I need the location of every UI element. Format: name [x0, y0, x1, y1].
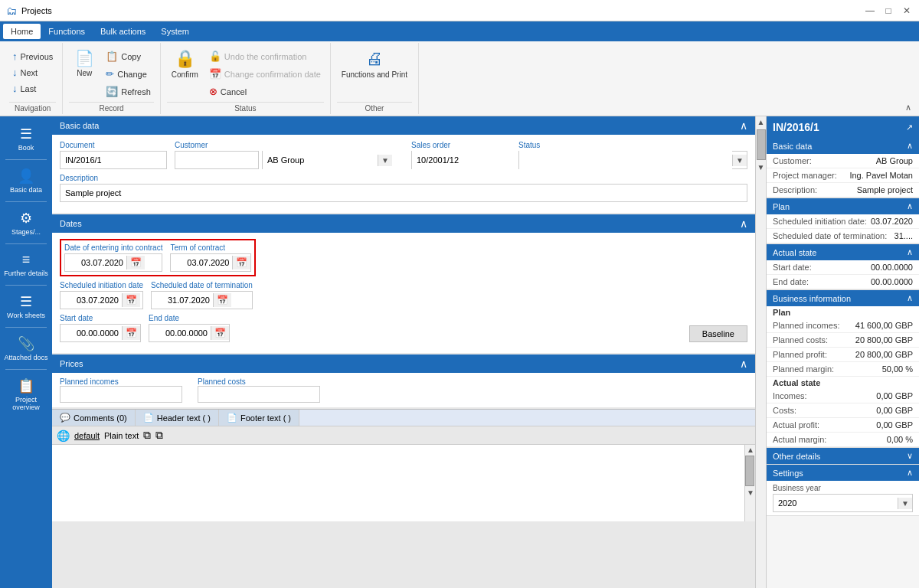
copy-button[interactable]: 📋 Copy	[103, 49, 154, 64]
change-button[interactable]: ✏ Change	[103, 67, 154, 81]
rp-plan-collapse[interactable]: ∧	[907, 201, 913, 211]
sched-term-cal-btn[interactable]: 📅	[213, 293, 231, 307]
last-button[interactable]: ↓ Last	[9, 81, 56, 96]
basic-data-collapse[interactable]: ∧	[740, 119, 747, 132]
term-contract-input[interactable]	[171, 254, 232, 271]
rp-settings-header[interactable]: Settings ∧	[767, 465, 919, 481]
rp-actual-state-header[interactable]: Actual state ∧	[767, 244, 919, 260]
content-scroll-down[interactable]: ▼	[756, 162, 766, 173]
rp-business-info-collapse[interactable]: ∧	[907, 293, 913, 303]
sidebar-item-stages[interactable]: ⚙ Stages/...	[0, 204, 52, 242]
scroll-up-arrow[interactable]: ▲	[745, 444, 755, 456]
dates-collapse[interactable]: ∧	[740, 217, 747, 230]
sched-init-field: Scheduled initiation date 📅	[60, 281, 143, 309]
baseline-button[interactable]: Baseline	[689, 325, 747, 342]
default-tab[interactable]: default	[74, 431, 100, 440]
sidebar-item-basic-data[interactable]: 👤 Basic data	[0, 162, 52, 200]
tab-header-text[interactable]: 📄 Header text ( )	[136, 410, 219, 426]
undo-confirmation-button[interactable]: 🔓 Undo the confirmation	[206, 49, 324, 64]
prices-collapse[interactable]: ∧	[740, 358, 747, 370]
rp-actual-collapse[interactable]: ∧	[907, 247, 913, 257]
menu-home[interactable]: Home	[3, 24, 41, 39]
tab-footer-text[interactable]: 📄 Footer text ( )	[219, 410, 299, 426]
date-entering-label: Date of entering into contract	[64, 243, 162, 252]
sidebar-divider-6	[5, 369, 47, 370]
new-button[interactable]: 📄 New	[69, 46, 100, 80]
rp-other-details-header[interactable]: Other details ∨	[767, 448, 919, 464]
minimize-button[interactable]: —	[864, 5, 876, 17]
change-confirmation-date-button[interactable]: 📅 Change confirmation date	[206, 67, 324, 81]
sidebar-item-attached[interactable]: 📎 Attached docs	[0, 329, 52, 368]
right-panel-expand-icon[interactable]: ↗	[906, 122, 913, 132]
content-scrollbar[interactable]: ▲ ▼	[755, 116, 766, 588]
paperclip-icon: 📎	[18, 335, 34, 352]
date-entering-input[interactable]	[65, 254, 126, 271]
rp-basic-data-header[interactable]: Basic data ∧	[767, 138, 919, 154]
status-input[interactable]	[519, 151, 732, 169]
previous-button[interactable]: ↑ Previous	[9, 49, 56, 64]
maximize-button[interactable]: □	[882, 5, 894, 17]
ribbon-status-items: 🔒 Confirm 🔓 Undo the confirmation 📅 Chan…	[167, 43, 324, 102]
confirm-button[interactable]: 🔒 Confirm	[167, 46, 203, 82]
description-field: Description	[60, 174, 747, 202]
rp-plan-header[interactable]: Plan ∧	[767, 198, 919, 214]
ribbon-collapse-button[interactable]: ∧	[901, 101, 916, 114]
end-date-input[interactable]	[149, 325, 211, 341]
rp-business-info-content: Plan Planned incomes: 41 600,00 GBP Plan…	[767, 306, 919, 447]
sched-init-input[interactable]	[61, 292, 122, 309]
status-dropdown-btn[interactable]: ▼	[732, 155, 747, 166]
rp-plan: Plan ∧ Scheduled initiation date: 03.07.…	[767, 198, 919, 244]
text-editor-body[interactable]: ▲ ▼	[52, 445, 755, 521]
sched-init-cal-btn[interactable]: 📅	[122, 293, 140, 307]
document-input[interactable]	[60, 151, 167, 169]
rp-actual-margin-row: Actual margin: 0,00 %	[767, 433, 919, 447]
copy-format-btn[interactable]: ⧉	[143, 429, 151, 442]
date-entering-cal-btn[interactable]: 📅	[126, 256, 145, 270]
sales-order-input[interactable]	[412, 151, 527, 169]
ribbon-nav-items: ↑ Previous ↓ Next ↓ Last	[9, 43, 56, 102]
sidebar-item-worksheets[interactable]: ☰ Work sheets	[0, 287, 52, 325]
functions-print-button[interactable]: 🖨 Functions and Print	[337, 46, 412, 82]
menu-bulk-actions[interactable]: Bulk actions	[93, 24, 153, 39]
close-button[interactable]: ✕	[901, 5, 913, 17]
start-date-cal-btn[interactable]: 📅	[122, 326, 140, 340]
rp-settings-collapse[interactable]: ∧	[907, 468, 913, 478]
term-contract-cal-btn[interactable]: 📅	[232, 256, 250, 270]
customer-dropdown-btn[interactable]: ▼	[378, 155, 392, 166]
rp-other-details-collapse[interactable]: ∨	[907, 451, 913, 461]
sidebar-divider-4	[5, 285, 47, 286]
start-date-wrapper: 📅	[60, 324, 141, 342]
rp-customer-value: AB Group	[876, 156, 913, 165]
refresh-button[interactable]: 🔄 Refresh	[103, 84, 154, 99]
customer-input[interactable]	[175, 151, 259, 169]
paste-format-btn[interactable]: ⧉	[155, 429, 163, 442]
description-input[interactable]	[60, 184, 747, 202]
sidebar-item-book[interactable]: ☰ Book	[0, 119, 52, 158]
sidebar-item-overview[interactable]: 📋 Project overview	[0, 371, 52, 417]
content-scroll-thumb[interactable]	[757, 129, 766, 160]
rp-actual-profit-label: Actual profit:	[773, 420, 819, 430]
rp-business-year-input[interactable]	[773, 496, 898, 510]
scroll-down-arrow[interactable]: ▼	[745, 487, 755, 498]
menu-system[interactable]: System	[153, 24, 197, 39]
sidebar-item-further[interactable]: ≡ Further details	[0, 246, 52, 283]
scroll-thumb[interactable]	[745, 456, 754, 486]
text-editor-scrollbar[interactable]: ▲ ▼	[744, 445, 755, 521]
menu-functions[interactable]: Functions	[41, 24, 93, 39]
next-button[interactable]: ↓ Next	[9, 65, 56, 80]
rp-planned-profit-label: Planned profit:	[773, 350, 827, 359]
rp-business-info-header[interactable]: Business information ∧	[767, 290, 919, 306]
rp-sched-init-row: Scheduled initiation date: 03.07.2020	[767, 214, 919, 229]
tab-comments[interactable]: 💬 Comments (0)	[52, 410, 136, 426]
rp-plan-content: Scheduled initiation date: 03.07.2020 Sc…	[767, 214, 919, 243]
rp-business-year-dropdown[interactable]: ▼	[898, 498, 912, 509]
customer-lookup-input[interactable]	[263, 151, 378, 169]
plain-text-tab[interactable]: Plain text	[104, 431, 139, 440]
cancel-button[interactable]: ⊗ Cancel	[206, 84, 324, 99]
sched-term-input[interactable]	[152, 292, 213, 309]
rp-basic-data-collapse[interactable]: ∧	[907, 141, 913, 151]
end-date-cal-btn[interactable]: 📅	[211, 326, 229, 340]
start-date-input[interactable]	[61, 325, 122, 341]
content-scroll-up[interactable]: ▲	[756, 116, 766, 128]
tab-header-text-label: Header text ( )	[157, 413, 211, 423]
